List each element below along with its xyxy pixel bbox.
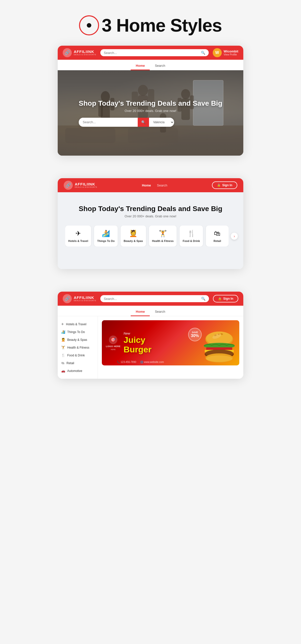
- spacer2: [0, 284, 301, 292]
- category-card-food[interactable]: 🍴 Food & Drink: [180, 226, 203, 246]
- style3-search-bar[interactable]: 🔍: [100, 295, 209, 302]
- signin-button[interactable]: 🔒 Sign In: [212, 181, 237, 189]
- category-card-beauty[interactable]: 💆 Beauty & Spas: [121, 226, 146, 246]
- style3-signin-button[interactable]: 🔒 Sign In: [213, 295, 238, 302]
- sidebar-item-retail[interactable]: 🛍 Retail: [58, 359, 98, 367]
- beauty-icon: 💆: [129, 230, 137, 237]
- style3-main-content: 🎯 LOGO HERE HERE New Juicy Burger SAVE 3…: [98, 316, 243, 379]
- user-info: Wicombit View Profile: [224, 49, 238, 56]
- search-icon-3: 🔍: [201, 297, 205, 301]
- logo-sub-3: DEALS & DISCOUNTS: [74, 300, 96, 302]
- things-label: Things To Do: [97, 239, 114, 242]
- promo-bottom-info: 📞 123-456-7890 🌐 www.website.com: [117, 361, 164, 363]
- style2-logo[interactable]: 🔗 AFFILIINK DEALS & DISCOUNTS: [64, 181, 97, 190]
- style2-hero-sub: Over 20 000+ deals. Grab one now!: [65, 214, 236, 218]
- user-avatar: W: [213, 48, 222, 57]
- sidebar-item-things[interactable]: 🏄 Things To Do: [58, 328, 98, 336]
- promo-logo-circle: 🎯: [109, 336, 117, 344]
- style1-search-bar[interactable]: 🔍: [100, 49, 209, 56]
- sidebar-health-label: Health & Fitness: [67, 346, 89, 349]
- hero-search-row: 🔍 Valencia Madrid Barcelona: [79, 118, 174, 127]
- hero-search-input[interactable]: [79, 118, 138, 126]
- category-card-hotels[interactable]: ✈ Hotels & Travel: [65, 226, 91, 246]
- category-next-arrow[interactable]: ›: [231, 233, 238, 240]
- title-number: 3: [102, 15, 111, 35]
- retail-icon: 🛍: [214, 230, 220, 237]
- sidebar-item-automotive[interactable]: 🚗 Automotive: [58, 367, 98, 375]
- style1-search-input[interactable]: [104, 51, 199, 55]
- sidebar-item-beauty[interactable]: 💆 Beauty & Spas: [58, 336, 98, 344]
- hero-location-select[interactable]: Valencia Madrid Barcelona: [149, 118, 174, 127]
- promo-logo-text: LOGO HERE: [106, 345, 121, 348]
- promo-logo-area: 🎯 LOGO HERE HERE: [106, 336, 121, 350]
- svg-point-30: [206, 355, 232, 362]
- sidebar-automotive-label: Automotive: [67, 369, 82, 373]
- logo-sub: DEALS & DISCOUNTS: [74, 54, 96, 56]
- style2-bottom-space: [58, 254, 243, 269]
- style1-navbar: 🔗 AFFILIINK DEALS & DISCOUNTS 🔍 W Wicomb…: [58, 46, 243, 60]
- health-label: Health & Fitness: [152, 239, 174, 242]
- style1-nav-tabs: Home Search: [58, 60, 243, 70]
- user-name: Wicombit: [224, 49, 238, 53]
- logo-name-3: AFFILIINK: [74, 296, 96, 300]
- style2-navbar: 🔗 AFFILIINK DEALS & DISCOUNTS Home Searc…: [58, 178, 243, 192]
- tab-home[interactable]: Home: [131, 62, 150, 70]
- style2-card: 🔗 AFFILIINK DEALS & DISCOUNTS Home Searc…: [58, 178, 243, 269]
- hero-subtitle: Over 20 000+ deals. Grab one now!: [79, 109, 222, 113]
- style3-signin-label: Sign In: [223, 297, 233, 300]
- style2-hero: Shop Today's Trending Deals and Save Big…: [58, 192, 243, 254]
- logo-text-block-2: AFFILIINK DEALS & DISCOUNTS: [75, 182, 97, 188]
- category-card-health[interactable]: 🏋 Health & Fitness: [149, 226, 177, 246]
- style3-tab-search[interactable]: Search: [150, 308, 170, 316]
- category-grid: ✈ Hotels & Travel 🏄 Things To Do 💆 Beaut…: [65, 226, 229, 246]
- style3-tab-home[interactable]: Home: [131, 308, 150, 316]
- page-title-section: 3 Home Styles: [0, 0, 301, 46]
- promo-burger-image: [199, 325, 239, 365]
- style3-search-input[interactable]: [104, 297, 199, 301]
- circle-inner: [87, 23, 91, 28]
- sidebar-item-health[interactable]: 🏋 Health & Fitness: [58, 344, 98, 351]
- logo-icon: 🔗: [63, 48, 72, 57]
- style3-logo[interactable]: 🔗 AFFILIINK DEALS & DISCOUNTS: [63, 294, 96, 303]
- user-profile-link[interactable]: View Profile: [224, 53, 238, 56]
- hero-title-wrapper: 3 Home Styles: [79, 15, 222, 36]
- nav-link-search[interactable]: Search: [157, 183, 167, 187]
- sidebar-item-food[interactable]: 🍴 Food & Drink: [58, 351, 98, 359]
- promo-title-line1: Juicy: [124, 335, 145, 345]
- lock-icon: 🔒: [217, 183, 221, 187]
- sidebar-automotive-icon: 🚗: [61, 369, 65, 373]
- food-label: Food & Drink: [183, 239, 200, 242]
- hero-title: Shop Today's Trending Deals and Save Big: [79, 99, 222, 107]
- tab-search[interactable]: Search: [150, 62, 170, 70]
- nav-link-home[interactable]: Home: [142, 183, 151, 187]
- sidebar-hotels-label: Hotels & Travel: [66, 323, 86, 326]
- sidebar-things-label: Things To Do: [67, 330, 85, 334]
- user-badge: W Wicombit View Profile: [213, 48, 238, 57]
- category-card-retail[interactable]: 🛍 Retail: [206, 226, 229, 246]
- style3-sidebar: ✈ Hotels & Travel 🏄 Things To Do 💆 Beaut…: [58, 316, 98, 379]
- sidebar-food-icon: 🍴: [61, 353, 65, 357]
- user-initial: W: [215, 50, 219, 55]
- sidebar-beauty-icon: 💆: [61, 338, 65, 342]
- hotels-icon: ✈: [76, 230, 81, 237]
- promo-save-text: SAVE: [192, 331, 198, 334]
- promo-save-percent: 30%: [191, 334, 199, 338]
- health-icon: 🏋: [159, 230, 167, 237]
- promo-logo-sub: HERE: [111, 349, 116, 350]
- category-card-things[interactable]: 🏄 Things To Do: [94, 226, 117, 246]
- style3-body: ✈ Hotels & Travel 🏄 Things To Do 💆 Beaut…: [58, 316, 243, 379]
- hero-banner-content: Shop Today's Trending Deals and Save Big…: [79, 99, 222, 127]
- burger-svg: [199, 325, 239, 365]
- style1-logo[interactable]: 🔗 AFFILIINK DEALS & DISCOUNTS: [63, 48, 96, 57]
- sidebar-retail-icon: 🛍: [61, 361, 64, 365]
- title-rest: Home Styles: [111, 15, 222, 35]
- sidebar-retail-label: Retail: [66, 361, 74, 365]
- style3-card: 🔗 AFFILIINK DEALS & DISCOUNTS 🔍 🔒 Sign I…: [58, 292, 243, 379]
- sidebar-item-hotels[interactable]: ✈ Hotels & Travel: [58, 320, 98, 328]
- hero-search-button[interactable]: 🔍: [138, 118, 149, 127]
- things-icon: 🏄: [102, 230, 110, 237]
- search-icon: 🔍: [201, 51, 205, 55]
- sidebar-beauty-label: Beauty & Spas: [67, 338, 87, 342]
- sidebar-health-icon: 🏋: [61, 346, 65, 349]
- hotels-label: Hotels & Travel: [68, 239, 88, 242]
